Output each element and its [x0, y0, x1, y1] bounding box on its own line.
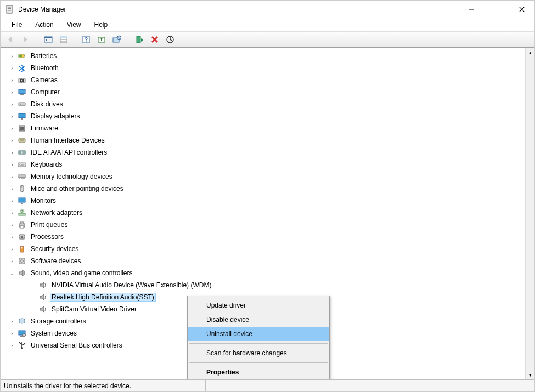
chevron-right-icon[interactable]: ›	[7, 65, 17, 71]
chevron-down-icon[interactable]: ⌄	[7, 270, 17, 276]
svg-rect-36	[21, 118, 23, 120]
chevron-right-icon[interactable]: ›	[7, 222, 17, 228]
svg-rect-56	[19, 198, 25, 202]
svg-rect-39	[19, 138, 25, 143]
battery-icon	[17, 51, 27, 61]
tree-child-node[interactable]: NVIDIA Virtual Audio Device (Wave Extens…	[1, 279, 525, 291]
chevron-right-icon[interactable]: ›	[7, 89, 17, 95]
chevron-right-icon[interactable]: ›	[7, 246, 17, 252]
menu-view[interactable]: View	[61, 20, 87, 30]
tree-node[interactable]: ›Network adapters	[1, 207, 525, 219]
tree-node-label: Firmware	[29, 124, 60, 132]
content-area: ›Batteries›Bluetooth›Cameras›Computer›Di…	[1, 48, 534, 379]
close-button[interactable]	[509, 1, 534, 18]
chevron-right-icon[interactable]: ›	[7, 258, 17, 264]
uninstall-device-button[interactable]	[148, 33, 161, 46]
chevron-right-icon[interactable]: ›	[7, 198, 17, 204]
tree-node[interactable]: ›Human Interface Devices	[1, 134, 525, 146]
svg-rect-5	[494, 7, 499, 12]
chevron-right-icon[interactable]: ›	[7, 331, 17, 337]
keyboard-icon	[17, 160, 27, 169]
tree-node[interactable]: ⌄Sound, video and game controllers	[1, 267, 525, 279]
forward-button[interactable]	[19, 33, 32, 46]
statusbar: Uninstalls the driver for the selected d…	[1, 379, 534, 391]
tree-node[interactable]: ›Security devices	[1, 243, 525, 255]
update-driver-button[interactable]	[95, 33, 108, 46]
tree-node-label: Storage controllers	[29, 317, 88, 325]
chevron-right-icon[interactable]: ›	[7, 113, 17, 120]
status-divider	[392, 380, 534, 391]
svg-point-30	[21, 80, 22, 81]
ctx-scan-hardware[interactable]: Scan for hardware changes	[188, 346, 329, 360]
tree-node[interactable]: ›Display adapters	[1, 110, 525, 122]
chevron-right-icon[interactable]: ›	[7, 210, 17, 216]
tree-node[interactable]: ›Monitors	[1, 195, 525, 207]
ctx-update-driver[interactable]: Update driver	[188, 298, 329, 313]
tree-node[interactable]: ›Software devices	[1, 255, 525, 267]
tree-node[interactable]: ›IDE ATA/ATAPI controllers	[1, 146, 525, 158]
chevron-right-icon[interactable]: ›	[7, 186, 17, 192]
tree-node[interactable]: ›Firmware	[1, 122, 525, 134]
help-button[interactable]: ?	[80, 33, 93, 46]
tree-node-label: Human Interface Devices	[29, 137, 106, 144]
menu-help[interactable]: Help	[89, 20, 114, 30]
menu-action[interactable]: Action	[30, 20, 59, 30]
chevron-right-icon[interactable]: ›	[7, 174, 17, 180]
network-icon	[17, 208, 27, 218]
svg-rect-82	[19, 342, 20, 343]
scrollbar[interactable]: ▴ ▾	[525, 48, 534, 379]
chevron-right-icon[interactable]: ›	[7, 53, 17, 59]
menu-file[interactable]: File	[6, 20, 27, 30]
tree-node-label: Network adapters	[29, 209, 84, 217]
chevron-right-icon[interactable]: ›	[7, 319, 17, 325]
disable-device-button[interactable]	[164, 33, 177, 46]
tree-node[interactable]: ›Disk drives	[1, 98, 525, 110]
tree-node-label: Mice and other pointing devices	[29, 185, 125, 192]
camera-icon	[17, 75, 27, 85]
svg-rect-21	[137, 36, 140, 43]
window-title: Device Manager	[18, 5, 459, 13]
tree-node-label: Security devices	[29, 245, 80, 253]
show-hide-tree-button[interactable]	[42, 33, 55, 46]
properties-button[interactable]	[57, 33, 70, 46]
chevron-right-icon[interactable]: ›	[7, 126, 17, 132]
tree-node[interactable]: ›Batteries	[1, 50, 525, 62]
tree-node-label: Cameras	[29, 76, 59, 84]
enable-device-button[interactable]	[133, 33, 146, 46]
ctx-uninstall-device[interactable]: Uninstall device	[188, 327, 329, 341]
chevron-right-icon[interactable]: ›	[7, 234, 17, 240]
svg-rect-9	[44, 37, 52, 38]
device-tree[interactable]: ›Batteries›Bluetooth›Cameras›Computer›Di…	[1, 48, 525, 379]
tree-node[interactable]: ›Keyboards	[1, 158, 525, 171]
back-button[interactable]	[4, 33, 17, 46]
ctx-separator	[189, 362, 328, 363]
usb-icon	[17, 340, 27, 350]
tree-node[interactable]: ›Print queues	[1, 219, 525, 231]
chevron-right-icon[interactable]: ›	[7, 162, 17, 168]
computer-icon	[17, 87, 27, 97]
chevron-right-icon[interactable]: ›	[7, 150, 17, 156]
tree-node[interactable]: ›Cameras	[1, 74, 525, 86]
chevron-right-icon[interactable]: ›	[7, 101, 17, 107]
tree-node[interactable]: ›Memory technology devices	[1, 171, 525, 183]
scan-hardware-button[interactable]	[110, 33, 123, 46]
ctx-properties[interactable]: Properties	[188, 365, 329, 379]
maximize-button[interactable]	[484, 1, 509, 18]
tree-node[interactable]: ›Mice and other pointing devices	[1, 183, 525, 195]
scroll-down-icon[interactable]: ▾	[526, 370, 534, 379]
tree-node[interactable]: ›Processors	[1, 231, 525, 243]
minimize-button[interactable]	[459, 1, 484, 18]
tree-node[interactable]: ›Bluetooth	[1, 62, 525, 74]
svg-rect-12	[60, 36, 67, 38]
chevron-right-icon[interactable]: ›	[7, 138, 17, 144]
scroll-up-icon[interactable]: ▴	[526, 48, 534, 57]
svg-point-43	[21, 151, 23, 154]
chevron-right-icon[interactable]: ›	[7, 77, 17, 83]
tree-node-label: Universal Serial Bus controllers	[29, 342, 124, 349]
ctx-disable-device[interactable]: Disable device	[188, 313, 329, 327]
tree-node-label: Display adapters	[29, 112, 81, 120]
tree-node[interactable]: ›Computer	[1, 86, 525, 98]
svg-rect-35	[19, 113, 25, 118]
chevron-right-icon[interactable]: ›	[7, 343, 17, 349]
speaker-icon	[38, 304, 48, 314]
